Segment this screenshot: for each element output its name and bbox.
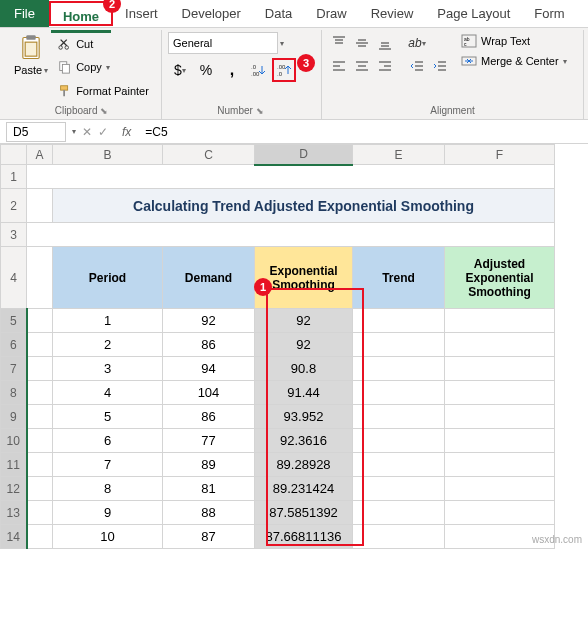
merge-center-button[interactable]: Merge & Center▾ — [459, 52, 569, 70]
cell-exps[interactable]: 92 — [255, 333, 353, 357]
cell-exps[interactable]: 89.231424 — [255, 477, 353, 501]
clipboard-launcher[interactable]: ⬊ — [100, 106, 110, 116]
cell-trend[interactable] — [353, 501, 445, 525]
header-period[interactable]: Period — [53, 247, 163, 309]
paste-button[interactable]: Paste▾ — [10, 32, 52, 103]
select-all-corner[interactable] — [1, 145, 27, 165]
name-box[interactable] — [6, 122, 66, 142]
cell-trend[interactable] — [353, 477, 445, 501]
orientation-button[interactable]: ab▾ — [406, 32, 428, 54]
cell-period[interactable]: 9 — [53, 501, 163, 525]
align-top-button[interactable] — [328, 32, 350, 54]
cell-demand[interactable]: 94 — [163, 357, 255, 381]
cell-demand[interactable]: 87 — [163, 525, 255, 549]
cell-adj[interactable] — [445, 381, 555, 405]
title-cell[interactable]: Calculating Trend Adjusted Exponential S… — [53, 189, 555, 223]
row-header[interactable]: 7 — [1, 357, 27, 381]
cell-period[interactable]: 5 — [53, 405, 163, 429]
cell-exps[interactable]: 92.3616 — [255, 429, 353, 453]
header-demand[interactable]: Demand — [163, 247, 255, 309]
cell-demand[interactable]: 77 — [163, 429, 255, 453]
cell-adj[interactable] — [445, 429, 555, 453]
cell-period[interactable]: 8 — [53, 477, 163, 501]
cell[interactable] — [27, 247, 53, 309]
cell-exps[interactable]: 90.8 — [255, 357, 353, 381]
cell-trend[interactable] — [353, 405, 445, 429]
cell[interactable] — [27, 501, 53, 525]
tab-data[interactable]: Data — [253, 0, 304, 27]
cell-demand[interactable]: 92 — [163, 309, 255, 333]
row-header[interactable]: 1 — [1, 165, 27, 189]
cell-period[interactable]: 6 — [53, 429, 163, 453]
cell-exps[interactable]: 91.44 — [255, 381, 353, 405]
cell-period[interactable]: 4 — [53, 381, 163, 405]
tab-draw[interactable]: Draw — [304, 0, 358, 27]
cell-exps[interactable]: 93.952 — [255, 405, 353, 429]
formula-input[interactable] — [139, 123, 588, 141]
cell-period[interactable]: 7 — [53, 453, 163, 477]
col-header-e[interactable]: E — [353, 145, 445, 165]
cell-adj[interactable] — [445, 501, 555, 525]
decrease-decimal-button[interactable]: .00.0 — [272, 58, 296, 82]
chevron-down-icon[interactable]: ▾ — [280, 39, 284, 48]
cell-trend[interactable] — [353, 429, 445, 453]
copy-button[interactable]: Copy▾ — [56, 59, 151, 75]
decrease-indent-button[interactable] — [406, 56, 428, 78]
col-header-b[interactable]: B — [53, 145, 163, 165]
cell[interactable] — [27, 309, 53, 333]
align-bottom-button[interactable] — [374, 32, 396, 54]
header-trend[interactable]: Trend — [353, 247, 445, 309]
row-header[interactable]: 9 — [1, 405, 27, 429]
cell-demand[interactable]: 86 — [163, 405, 255, 429]
col-header-f[interactable]: F — [445, 145, 555, 165]
cancel-formula-button[interactable]: ✕ — [82, 125, 92, 139]
cell-period[interactable]: 1 — [53, 309, 163, 333]
cell[interactable] — [27, 429, 53, 453]
cell-trend[interactable] — [353, 309, 445, 333]
cell-period[interactable]: 3 — [53, 357, 163, 381]
cell-exps[interactable]: 87.5851392 — [255, 501, 353, 525]
cell-period[interactable]: 10 — [53, 525, 163, 549]
increase-decimal-button[interactable]: .0.00 — [246, 58, 270, 82]
align-center-button[interactable] — [351, 56, 373, 78]
tab-pagelayout[interactable]: Page Layout — [425, 0, 522, 27]
row-header[interactable]: 4 — [1, 247, 27, 309]
align-right-button[interactable] — [374, 56, 396, 78]
enter-formula-button[interactable]: ✓ — [98, 125, 108, 139]
cell-adj[interactable] — [445, 477, 555, 501]
cell-adj[interactable] — [445, 309, 555, 333]
cell[interactable] — [27, 381, 53, 405]
cell-exps[interactable]: 92 — [255, 309, 353, 333]
align-left-button[interactable] — [328, 56, 350, 78]
tab-home[interactable]: Home — [51, 3, 111, 33]
col-header-d[interactable]: D — [255, 145, 353, 165]
col-header-c[interactable]: C — [163, 145, 255, 165]
row-header[interactable]: 13 — [1, 501, 27, 525]
spreadsheet-grid[interactable]: A B C D E F 1 2Calculating Trend Adjuste… — [0, 144, 555, 549]
cell[interactable] — [27, 525, 53, 549]
cell-adj[interactable] — [445, 405, 555, 429]
cell-trend[interactable] — [353, 357, 445, 381]
cell[interactable] — [27, 189, 53, 223]
col-header-a[interactable]: A — [27, 145, 53, 165]
cell-adj[interactable] — [445, 333, 555, 357]
cell-period[interactable]: 2 — [53, 333, 163, 357]
align-middle-button[interactable] — [351, 32, 373, 54]
cell-demand[interactable]: 89 — [163, 453, 255, 477]
tab-developer[interactable]: Developer — [170, 0, 253, 27]
cell-exps[interactable]: 89.28928 — [255, 453, 353, 477]
comma-button[interactable]: , — [220, 58, 244, 82]
number-launcher[interactable]: ⬊ — [256, 106, 266, 116]
cut-button[interactable]: Cut — [56, 36, 151, 52]
cell[interactable] — [27, 453, 53, 477]
tab-review[interactable]: Review — [359, 0, 426, 27]
header-exps[interactable]: Exponential Smoothing — [255, 247, 353, 309]
cell[interactable] — [27, 357, 53, 381]
row-header[interactable]: 3 — [1, 223, 27, 247]
cell-trend[interactable] — [353, 525, 445, 549]
row-header[interactable]: 11 — [1, 453, 27, 477]
number-format-select[interactable] — [168, 32, 278, 54]
cell[interactable] — [27, 165, 555, 189]
cell-demand[interactable]: 81 — [163, 477, 255, 501]
row-header[interactable]: 8 — [1, 381, 27, 405]
